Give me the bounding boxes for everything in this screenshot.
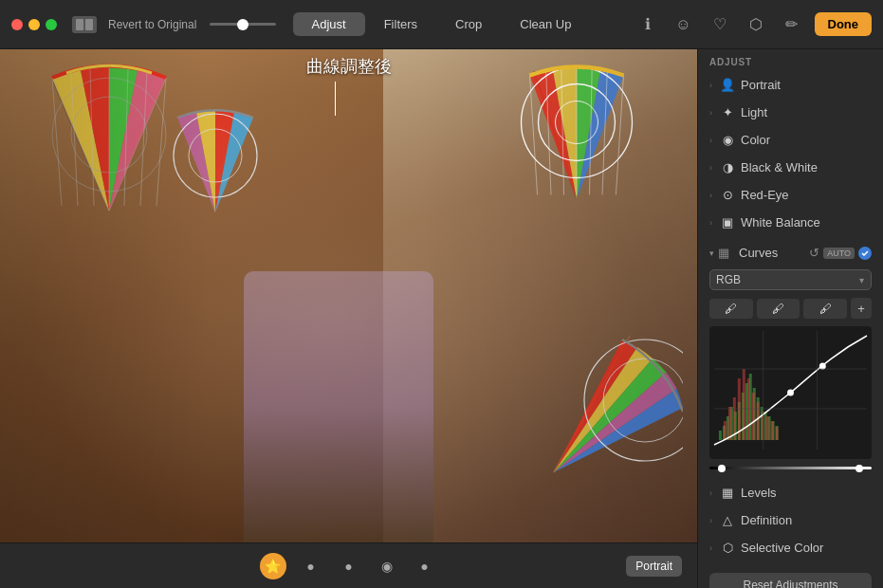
curves-auto-button[interactable]: AUTO <box>823 248 855 259</box>
svg-rect-51 <box>747 378 750 440</box>
color-icon: ◉ <box>720 133 735 147</box>
eyedrop-add-button[interactable]: + <box>851 298 872 319</box>
svg-rect-55 <box>766 416 769 440</box>
info-button[interactable]: ℹ <box>635 11 661 38</box>
rgb-selector[interactable]: RGB Red Green Blue <box>709 269 872 290</box>
definition-label: Definition <box>741 513 792 527</box>
color-label: Color <box>741 133 770 147</box>
titlebar: Revert to Original Adjust Filters Crop C… <box>0 0 883 49</box>
annotation-line <box>335 82 336 116</box>
svg-rect-0 <box>76 19 83 30</box>
curves-controls: ↺ AUTO <box>809 246 872 260</box>
range-left-thumb[interactable] <box>718 465 726 472</box>
traffic-lights <box>11 19 57 30</box>
curves-done-dot[interactable] <box>858 247 872 260</box>
curves-header[interactable]: ▾ ▦ Curves ↺ AUTO <box>698 240 883 266</box>
adjust-item-light[interactable]: › ✦ Light <box>698 99 883 126</box>
emoji-button[interactable]: ☺ <box>671 11 697 38</box>
curves-range-slider[interactable] <box>709 467 872 469</box>
curves-range-row <box>698 463 883 475</box>
nav-tabs: Adjust Filters Crop Clean Up <box>293 12 591 36</box>
minimize-button[interactable] <box>28 19 40 30</box>
adjust-item-portrait[interactable]: › 👤 Portrait <box>698 71 883 99</box>
light-label: Light <box>741 105 767 119</box>
adjust-item-bw[interactable]: › ◑ Black & White <box>698 154 883 181</box>
photo-area-wrapper: 曲線調整後 <box>0 49 697 588</box>
chevron-icon: › <box>709 136 712 145</box>
wb-label: White Balance <box>741 215 820 230</box>
definition-icon: △ <box>720 513 735 527</box>
levels-icon: ▦ <box>720 486 735 500</box>
done-button[interactable]: Done <box>815 12 873 36</box>
header-right: ℹ ☺ ♡ ⬡ ✏ Done <box>635 11 873 38</box>
adjust-item-redeye[interactable]: › ⊙ Red-Eye <box>698 181 883 209</box>
curves-section: ▾ ▦ Curves ↺ AUTO RGB Red Green Blue <box>698 240 883 475</box>
selective-color-label: Selective Color <box>741 541 823 555</box>
close-button[interactable] <box>11 19 23 30</box>
star-icon-btn[interactable]: ⭐ <box>260 553 286 579</box>
circle-icon-btn-3[interactable]: ◉ <box>374 553 400 579</box>
reset-adjustments-button[interactable]: Reset Adjustments <box>709 573 872 588</box>
selective-color-icon: ⬡ <box>720 541 735 555</box>
adjust-item-color[interactable]: › ◉ Color <box>698 126 883 154</box>
bw-label: Black & White <box>741 160 818 175</box>
bw-icon: ◑ <box>720 160 735 175</box>
chevron-icon: › <box>709 108 712 118</box>
portrait-icon: 👤 <box>720 78 735 92</box>
window-icons <box>72 16 97 33</box>
adjust-item-wb[interactable]: › ▣ White Balance <box>698 209 883 236</box>
wb-icon: ▣ <box>720 215 735 230</box>
svg-rect-52 <box>752 393 755 440</box>
curves-graph[interactable] <box>709 326 872 459</box>
chevron-icon: › <box>709 543 712 553</box>
tab-adjust[interactable]: Adjust <box>293 12 365 36</box>
maximize-button[interactable] <box>46 19 57 30</box>
svg-rect-1 <box>85 19 93 30</box>
svg-point-59 <box>819 363 826 370</box>
main-content: 曲線調整後 <box>0 49 883 588</box>
tab-cleanup[interactable]: Clean Up <box>501 12 590 36</box>
portrait-badge[interactable]: Portrait <box>626 556 682 577</box>
svg-rect-46 <box>724 421 727 440</box>
svg-rect-30 <box>719 431 722 440</box>
chevron-icon: › <box>709 191 712 200</box>
svg-point-58 <box>787 390 794 396</box>
share-button[interactable]: ⬡ <box>743 11 769 38</box>
view-toggle-icon[interactable] <box>72 16 97 33</box>
adjust-item-levels[interactable]: › ▦ Levels <box>698 479 883 506</box>
eyedrop-gray-button[interactable]: 🖋 <box>757 299 800 319</box>
adjust-item-definition[interactable]: › △ Definition <box>698 506 883 534</box>
favorite-button[interactable]: ♡ <box>707 11 733 38</box>
svg-rect-53 <box>757 402 760 440</box>
range-right-thumb[interactable] <box>855 465 863 472</box>
adjust-item-selective-color[interactable]: › ⬡ Selective Color <box>698 534 883 561</box>
annotation-text: 曲線調整後 <box>306 55 392 78</box>
chevron-icon: › <box>709 81 712 90</box>
shadow-overlay <box>0 49 697 542</box>
chevron-icon: › <box>709 516 712 525</box>
circle-icon-btn-4[interactable]: ● <box>412 553 438 579</box>
chevron-icon: › <box>709 163 712 173</box>
rgb-selector-wrapper: RGB Red Green Blue ▾ <box>709 269 872 290</box>
levels-label: Levels <box>741 486 777 500</box>
circle-icon-btn-1[interactable]: ● <box>298 553 324 579</box>
eyedrop-white-button[interactable]: 🖋 <box>803 299 847 319</box>
right-panel: ADJUST › 👤 Portrait › ✦ Light › ◉ Color … <box>697 49 883 588</box>
revert-button[interactable]: Revert to Original <box>108 18 196 31</box>
curves-title: Curves <box>739 246 805 260</box>
redeye-icon: ⊙ <box>720 188 735 202</box>
portrait-label: Portrait <box>741 78 781 92</box>
photo-area <box>0 49 697 542</box>
curves-reset-icon[interactable]: ↺ <box>809 246 819 260</box>
svg-rect-47 <box>728 407 731 440</box>
edit-button[interactable]: ✏ <box>779 11 805 38</box>
curves-icon: ▦ <box>718 246 733 260</box>
circle-icon-btn-2[interactable]: ● <box>336 553 362 579</box>
light-icon: ✦ <box>720 105 735 119</box>
redeye-label: Red-Eye <box>741 188 789 202</box>
zoom-slider[interactable] <box>210 23 276 26</box>
bottom-toolbar: ⭐ ● ● ◉ ● Portrait <box>0 542 697 588</box>
tab-crop[interactable]: Crop <box>436 12 501 36</box>
eyedrop-black-button[interactable]: 🖋 <box>709 299 753 319</box>
tab-filters[interactable]: Filters <box>365 12 436 36</box>
